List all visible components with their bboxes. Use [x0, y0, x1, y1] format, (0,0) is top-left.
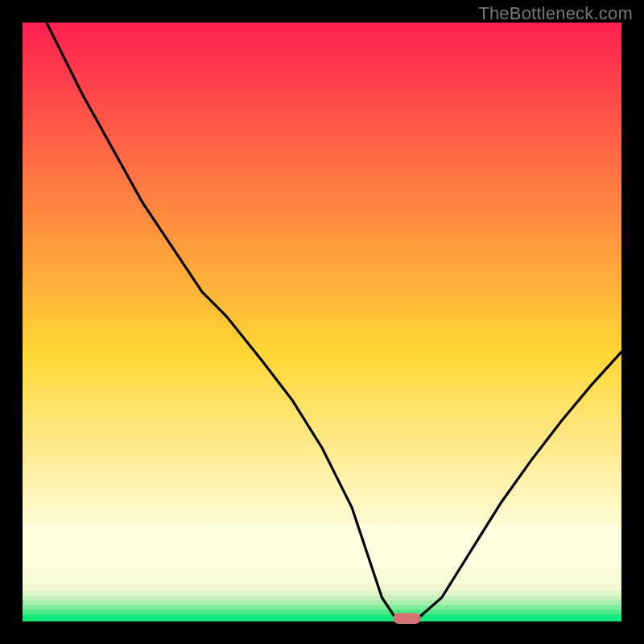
svg-rect-6: [23, 595, 621, 600]
chart-svg: [0, 0, 644, 644]
svg-rect-11: [394, 613, 421, 624]
watermark-text: TheBottleneck.com: [478, 3, 633, 24]
svg-rect-9: [23, 568, 621, 584]
svg-rect-5: [23, 600, 621, 605]
svg-rect-4: [23, 605, 621, 609]
bottleneck-chart: TheBottleneck.com: [0, 0, 644, 644]
svg-rect-7: [23, 590, 621, 595]
svg-rect-2: [23, 614, 621, 621]
svg-rect-10: [23, 526, 621, 568]
svg-rect-8: [23, 584, 621, 590]
svg-rect-3: [23, 609, 621, 614]
